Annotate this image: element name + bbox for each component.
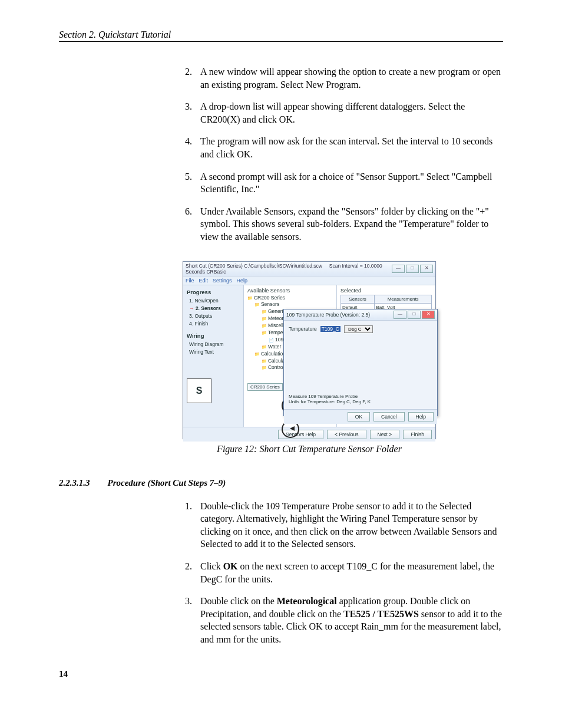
dialog-cancel-button[interactable]: Cancel — [373, 412, 404, 421]
steps-list-a: A new window will appear showing the opt… — [194, 65, 503, 243]
minimize-icon[interactable]: — — [392, 265, 405, 273]
figure-caption: Figure 12: Short Cut Temperature Sensor … — [183, 444, 436, 454]
figure-screenshot: Short Cut (CR200 Series) C:\Campbellsci\… — [183, 261, 436, 454]
menu-edit[interactable]: Edit — [199, 278, 209, 284]
menu-bar: File Edit Settings Help — [183, 276, 435, 285]
subsection-title: Procedure (Short Cut Steps 7–9) — [108, 478, 226, 488]
footer-bar: Sensors Help < Previous Next > Finish — [183, 427, 435, 442]
previous-button[interactable]: < Previous — [327, 430, 366, 439]
progress-heading: Progress — [187, 289, 240, 295]
title-path: Short Cut (CR200 Series) C:\Campbellsci\… — [186, 263, 322, 269]
maximize-icon[interactable]: □ — [406, 265, 419, 273]
selected-label: Selected — [340, 288, 432, 294]
progress-finish[interactable]: 4. Finish — [189, 321, 240, 327]
subsection-heading: 2.2.3.1.3 Procedure (Short Cut Steps 7–9… — [59, 478, 503, 488]
tree-root[interactable]: CR200 Series — [247, 295, 333, 302]
step-b-1: Double-click the 109 Temperature Probe s… — [194, 500, 503, 551]
dialog-help-button[interactable]: Help — [408, 412, 434, 421]
cr200-button[interactable]: CR200 Series — [247, 383, 283, 391]
progress-panel: Progress 1. New/Open 2. Sensors 3. Outpu… — [183, 285, 244, 427]
step-b-2: Click OK on the next screen to accept T1… — [194, 560, 503, 585]
temperature-dialog: 109 Temperature Probe (Version: 2.5) — □… — [283, 309, 438, 416]
main-titlebar: Short Cut (CR200 Series) C:\Campbellsci\… — [183, 262, 435, 276]
page-number: 14 — [59, 669, 503, 679]
dialog-field-value[interactable]: T109_C — [320, 326, 340, 332]
dialog-title: 109 Temperature Probe (Version: 2.5) — [286, 312, 370, 318]
th-measurements: Measurements — [375, 295, 432, 303]
progress-sensors[interactable]: 2. Sensors — [189, 305, 240, 311]
progress-outputs[interactable]: 3. Outputs — [189, 313, 240, 319]
th-sensors: Sensors — [341, 295, 375, 303]
dialog-ok-button[interactable]: OK — [348, 412, 370, 421]
dialog-unit-select[interactable]: Deg C — [344, 325, 373, 333]
available-label: Available Sensors — [247, 288, 333, 294]
dialog-desc-1: Measure 109 Temperature Probe — [289, 394, 432, 399]
menu-settings[interactable]: Settings — [213, 278, 232, 284]
wiring-diagram[interactable]: Wiring Diagram — [189, 341, 240, 347]
wiring-text[interactable]: Wiring Text — [189, 349, 240, 355]
step-a-6: Under Available Sensors, expand the "Sen… — [194, 205, 503, 243]
progress-new-open[interactable]: 1. New/Open — [189, 298, 240, 304]
dialog-close-icon[interactable]: ✕ — [422, 311, 435, 319]
subsection-number: 2.2.3.1.3 — [59, 478, 90, 488]
next-button[interactable]: Next > — [370, 430, 400, 439]
wiring-heading: Wiring — [187, 332, 240, 339]
app-window: Short Cut (CR200 Series) C:\Campbellsci\… — [183, 261, 436, 439]
dialog-field-label: Temperature — [289, 326, 317, 332]
dialog-desc-2: Units for Temperature: Deg C, Deg F, K — [289, 399, 432, 404]
menu-file[interactable]: File — [186, 278, 194, 284]
step-a-4: The program will now ask for the scan in… — [194, 135, 503, 160]
step-a-3: A drop-down list will appear showing dif… — [194, 100, 503, 126]
finish-button[interactable]: Finish — [403, 430, 432, 439]
step-b-3: Double click on the Meteorological appli… — [194, 595, 503, 645]
dialog-minimize-icon[interactable]: — — [394, 311, 406, 319]
tree-sensors[interactable]: Sensors — [254, 301, 333, 308]
close-icon[interactable]: ✕ — [420, 265, 433, 273]
section-header: Section 2. Quickstart Tutorial — [59, 29, 503, 42]
menu-help[interactable]: Help — [237, 278, 248, 284]
step-a-5: A second prompt will ask for a choice of… — [194, 170, 503, 196]
logo-icon: S — [187, 378, 211, 403]
steps-list-b: Double-click the 109 Temperature Probe s… — [194, 500, 503, 646]
step-a-2: A new window will appear showing the opt… — [194, 65, 503, 91]
dialog-maximize-icon[interactable]: □ — [408, 311, 421, 319]
